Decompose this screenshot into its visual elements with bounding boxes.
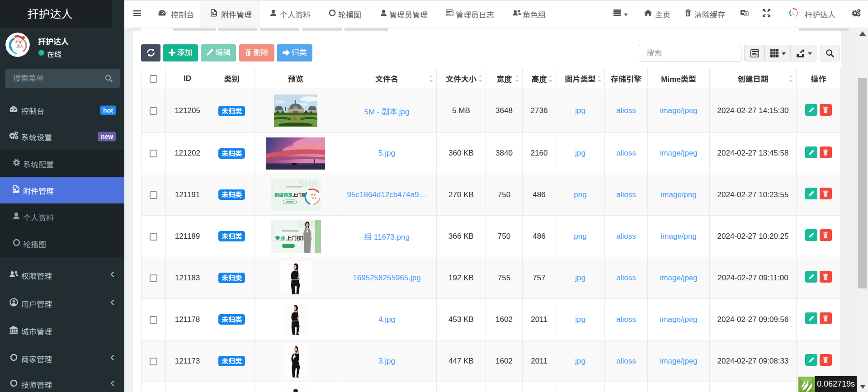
svg-text:专业: 专业 <box>275 236 285 241</box>
svg-text:扞护: 扞护 <box>311 193 316 196</box>
svg-text:扞护: 扞护 <box>15 40 23 44</box>
svg-text:达人: 达人 <box>16 44 24 48</box>
svg-text:到店预定: 到店预定 <box>274 193 292 198</box>
svg-text:达: 达 <box>793 12 795 15</box>
svg-text:达人: 达人 <box>311 196 317 199</box>
